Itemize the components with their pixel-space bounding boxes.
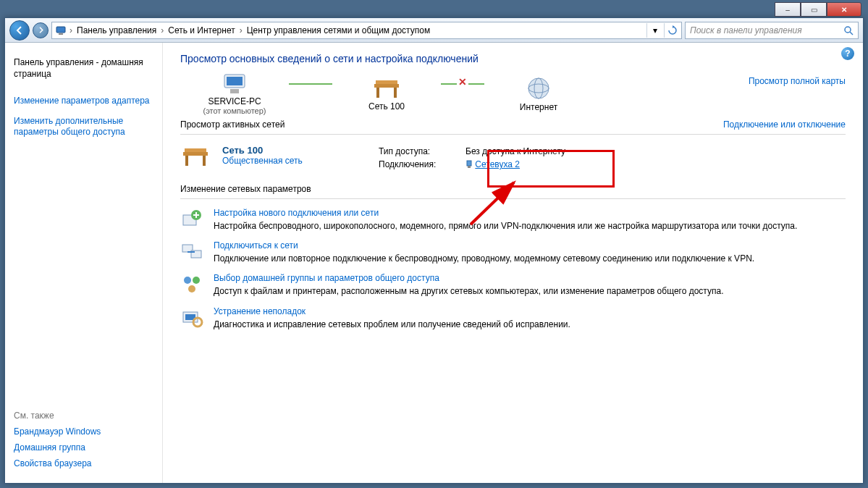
task-connect[interactable]: Подключиться к сети Подключение или повт… bbox=[180, 240, 846, 264]
map-line-1 bbox=[289, 83, 332, 85]
bench-icon bbox=[180, 145, 211, 168]
task-title: Выбор домашней группы и параметров общег… bbox=[214, 273, 724, 283]
page-title: Просмотр основных сведений о сети и наст… bbox=[180, 53, 846, 64]
forward-button[interactable] bbox=[33, 22, 49, 38]
sidebar-home[interactable]: Панель управления - домашняя страница bbox=[12, 54, 155, 83]
see-also-heading: См. также bbox=[12, 408, 155, 424]
breadcrumb[interactable]: › Панель управления › Сеть и Интернет › … bbox=[51, 22, 682, 39]
active-network-block: Сеть 100 Общественная сеть Тип доступа: … bbox=[180, 140, 846, 180]
svg-point-26 bbox=[188, 285, 195, 293]
content-area: Просмотр основных сведений о сети и наст… bbox=[163, 43, 863, 483]
map-network: Сеть 100 bbox=[332, 77, 441, 112]
svg-point-25 bbox=[193, 277, 200, 284]
connections-key: Подключения: bbox=[379, 159, 465, 169]
task-homegroup[interactable]: Выбор домашней группы и параметров общег… bbox=[180, 273, 846, 297]
search-input[interactable]: Поиск в панели управления bbox=[685, 22, 859, 39]
task-desc: Диагностика и исправление сетевых пробле… bbox=[214, 319, 570, 330]
svg-rect-17 bbox=[203, 156, 206, 166]
task-desc: Доступ к файлам и принтерам, расположенн… bbox=[214, 285, 724, 297]
search-placeholder: Поиск в панели управления bbox=[690, 25, 802, 35]
access-type-key: Тип доступа: bbox=[379, 146, 465, 156]
chevron-right-icon: › bbox=[238, 25, 244, 35]
dropdown-icon[interactable]: ▾ bbox=[646, 23, 662, 38]
back-button[interactable] bbox=[9, 20, 30, 41]
close-button[interactable]: ✕ bbox=[827, 2, 861, 17]
network-type-link[interactable]: Общественная сеть bbox=[222, 156, 367, 166]
chevron-right-icon: › bbox=[159, 25, 165, 35]
refresh-icon[interactable] bbox=[664, 23, 680, 38]
chevron-right-icon: › bbox=[68, 25, 74, 35]
task-desc: Настройка беспроводного, широкополосного… bbox=[214, 220, 797, 232]
task-troubleshoot[interactable]: Устранение неполадок Диагностика и испра… bbox=[180, 306, 846, 330]
svg-rect-9 bbox=[376, 88, 379, 98]
svg-point-2 bbox=[845, 27, 851, 33]
network-name: Сеть 100 bbox=[222, 145, 367, 156]
svg-rect-19 bbox=[468, 166, 471, 168]
task-new-connection[interactable]: Настройка нового подключения или сети На… bbox=[180, 208, 846, 232]
connect-icon bbox=[180, 240, 203, 264]
map-internet: Интернет bbox=[484, 76, 593, 112]
maximize-button[interactable]: ▭ bbox=[801, 2, 827, 17]
task-title: Подключиться к сети bbox=[214, 240, 754, 251]
svg-rect-16 bbox=[185, 156, 188, 166]
svg-rect-5 bbox=[227, 77, 243, 85]
address-bar: › Панель управления › Сеть и Интернет › … bbox=[5, 18, 863, 43]
window-controls: – ▭ ✕ bbox=[775, 2, 861, 17]
svg-line-3 bbox=[850, 32, 853, 35]
svg-rect-15 bbox=[185, 148, 206, 152]
see-also-firewall[interactable]: Брандмауэр Windows bbox=[12, 424, 155, 439]
troubleshoot-icon bbox=[180, 306, 203, 329]
svg-rect-0 bbox=[56, 27, 65, 33]
svg-rect-7 bbox=[374, 84, 399, 88]
search-icon bbox=[843, 25, 854, 35]
svg-rect-6 bbox=[230, 89, 239, 93]
svg-rect-8 bbox=[376, 80, 397, 84]
svg-rect-14 bbox=[183, 152, 208, 156]
new-connection-icon bbox=[180, 208, 203, 231]
svg-point-11 bbox=[528, 78, 549, 98]
see-also-browser[interactable]: Свойства браузера bbox=[12, 455, 155, 471]
access-type-value: Без доступа к Интернету bbox=[465, 146, 846, 156]
crumb-network-internet[interactable]: Сеть и Интернет bbox=[165, 25, 237, 35]
sidebar-link-sharing[interactable]: Изменить дополнительные параметры общего… bbox=[12, 113, 155, 141]
svg-rect-10 bbox=[394, 88, 397, 98]
svg-rect-18 bbox=[467, 161, 471, 166]
network-icon bbox=[54, 23, 68, 38]
crumb-current: Центр управления сетями и общим доступом bbox=[244, 25, 434, 35]
map-this-pc: SERVICE-PC (этот компьютер) bbox=[180, 73, 289, 115]
crumb-control-panel[interactable]: Панель управления bbox=[74, 25, 159, 35]
sidebar: Панель управления - домашняя страница Из… bbox=[5, 43, 163, 483]
svg-point-24 bbox=[184, 277, 191, 284]
full-map-link[interactable]: Просмотр полной карты bbox=[749, 76, 846, 86]
task-title: Устранение неполадок bbox=[214, 306, 570, 316]
sidebar-link-adapter[interactable]: Изменение параметров адаптера bbox=[12, 93, 155, 110]
connection-link[interactable]: Сетевуха 2 bbox=[465, 159, 846, 169]
minimize-button[interactable]: – bbox=[775, 2, 801, 17]
active-networks-label: Просмотр активных сетей bbox=[180, 119, 285, 130]
homegroup-icon bbox=[180, 273, 203, 296]
svg-rect-1 bbox=[59, 33, 63, 35]
task-title: Настройка нового подключения или сети bbox=[214, 208, 797, 218]
change-params-label: Изменение сетевых параметров bbox=[180, 184, 311, 194]
task-desc: Подключение или повторное подключение к … bbox=[214, 253, 754, 264]
connect-disconnect-link[interactable]: Подключение или отключение bbox=[723, 119, 846, 130]
map-line-broken bbox=[441, 83, 484, 85]
see-also-homegroup[interactable]: Домашняя группа bbox=[12, 439, 155, 455]
network-map: SERVICE-PC (этот компьютер) Сеть 100 Инт… bbox=[180, 73, 846, 115]
